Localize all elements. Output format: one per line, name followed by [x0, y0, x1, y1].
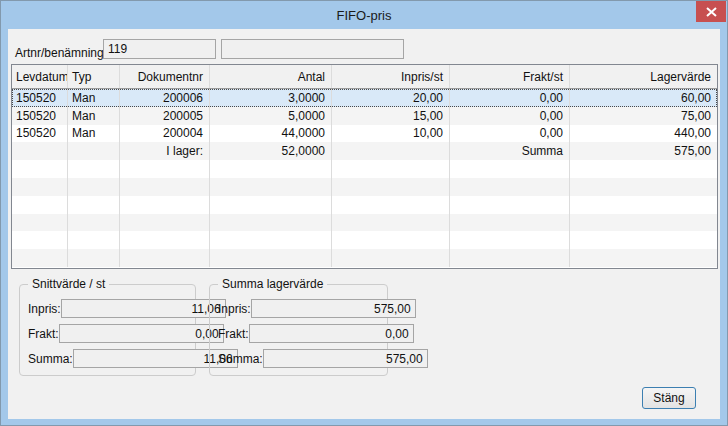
- table-cell: 52,0000: [210, 142, 332, 160]
- table-cell: [68, 196, 120, 214]
- table-cell: [570, 178, 717, 196]
- dialog-content: Artnr/benämning: LevdatumTypDokumentnrAn…: [8, 29, 720, 419]
- groupbox: Snittvärde / stInpris:Frakt:Summa:: [19, 284, 196, 376]
- inpris-field[interactable]: [251, 299, 416, 318]
- table-cell: [210, 160, 332, 178]
- groupbox-title: Snittvärde / st: [28, 277, 109, 291]
- frakt-field[interactable]: [59, 324, 224, 343]
- table-cell: [450, 214, 570, 232]
- column-header[interactable]: Lagervärde: [570, 65, 717, 88]
- table-cell: [68, 178, 120, 196]
- table-row[interactable]: [12, 196, 717, 214]
- table-body: 150520Man2000063,000020,000,0060,0015052…: [12, 89, 717, 267]
- table-cell: [332, 231, 450, 249]
- table-cell: [332, 196, 450, 214]
- table-cell: [450, 178, 570, 196]
- frakt-field[interactable]: [249, 324, 414, 343]
- table-cell: [120, 178, 210, 196]
- table-cell: [68, 160, 120, 178]
- table-row[interactable]: 150520Man2000063,000020,000,0060,00: [12, 89, 717, 107]
- summa-field[interactable]: [263, 349, 428, 368]
- table-cell: Man: [68, 107, 120, 125]
- table-cell: [12, 249, 68, 267]
- table-cell: [570, 214, 717, 232]
- table-cell: 200006: [120, 89, 210, 107]
- close-button[interactable]: [696, 1, 726, 22]
- field-label: Summa:: [28, 352, 73, 366]
- table-cell: 5,0000: [210, 107, 332, 125]
- table-cell: 440,00: [570, 125, 717, 143]
- column-header[interactable]: Typ: [68, 65, 120, 88]
- table-cell: 200005: [120, 107, 210, 125]
- table-row[interactable]: 150520Man2000055,000015,000,0075,00: [12, 107, 717, 125]
- table-row[interactable]: I lager:52,0000Summa575,00: [12, 142, 717, 160]
- table-cell: [210, 196, 332, 214]
- table-cell: [12, 196, 68, 214]
- table-cell: [570, 249, 717, 267]
- table-cell: 3,0000: [210, 89, 332, 107]
- table-cell: [210, 178, 332, 196]
- table-row[interactable]: [12, 249, 717, 267]
- fifo-pris-dialog: FIFO-pris Artnr/benämning: LevdatumTypDo…: [0, 0, 728, 426]
- table-cell: 575,00: [570, 142, 717, 160]
- table-cell: [570, 160, 717, 178]
- table-cell: [210, 249, 332, 267]
- stang-button[interactable]: Stäng: [642, 387, 696, 409]
- table-cell: 150520: [12, 89, 68, 107]
- table-cell: 75,00: [570, 107, 717, 125]
- table-cell: [68, 214, 120, 232]
- table-cell: 20,00: [332, 89, 450, 107]
- table-cell: [450, 231, 570, 249]
- table-cell: I lager:: [120, 142, 210, 160]
- column-header[interactable]: Levdatum: [12, 65, 68, 88]
- table-cell: [12, 231, 68, 249]
- table-cell: 10,00: [332, 125, 450, 143]
- table-cell: 150520: [12, 107, 68, 125]
- inpris-field[interactable]: [61, 299, 226, 318]
- table-cell: [12, 178, 68, 196]
- table-cell: Man: [68, 89, 120, 107]
- table-cell: 44,0000: [210, 125, 332, 143]
- table-cell: [12, 142, 68, 160]
- field-label: Frakt:: [28, 327, 59, 341]
- artnr-input[interactable]: [103, 39, 216, 59]
- artnr-label: Artnr/benämning:: [15, 46, 107, 60]
- table-cell: Man: [68, 125, 120, 143]
- table-cell: 150520: [12, 125, 68, 143]
- table-cell: 0,00: [450, 89, 570, 107]
- table-cell: [332, 178, 450, 196]
- table-row[interactable]: [12, 231, 717, 249]
- table-cell: [68, 142, 120, 160]
- field-label: Frakt:: [218, 327, 249, 341]
- table-row[interactable]: [12, 214, 717, 232]
- table-cell: 60,00: [570, 89, 717, 107]
- table-cell: [120, 214, 210, 232]
- groupbox-title: Summa lagervärde: [218, 277, 327, 291]
- table-row[interactable]: [12, 178, 717, 196]
- titlebar[interactable]: FIFO-pris: [1, 1, 727, 29]
- close-icon: [706, 7, 717, 17]
- column-header[interactable]: Antal: [210, 65, 332, 88]
- column-header[interactable]: Frakt/st: [450, 65, 570, 88]
- column-header[interactable]: Dokumentnr: [120, 65, 210, 88]
- benamning-input[interactable]: [221, 39, 404, 59]
- fifo-table: LevdatumTypDokumentnrAntalInpris/stFrakt…: [11, 64, 718, 269]
- table-cell: [332, 249, 450, 267]
- table-header: LevdatumTypDokumentnrAntalInpris/stFrakt…: [12, 65, 717, 89]
- table-cell: [120, 196, 210, 214]
- table-cell: [120, 249, 210, 267]
- table-cell: [450, 196, 570, 214]
- column-header[interactable]: Inpris/st: [332, 65, 450, 88]
- table-cell: 15,00: [332, 107, 450, 125]
- table-cell: [450, 249, 570, 267]
- table-cell: [332, 142, 450, 160]
- table-cell: [12, 214, 68, 232]
- table-cell: [210, 231, 332, 249]
- table-cell: [68, 249, 120, 267]
- field-label: Inpris:: [28, 302, 61, 316]
- table-cell: [332, 214, 450, 232]
- table-row[interactable]: 150520Man20000444,000010,000,00440,00: [12, 125, 717, 143]
- table-cell: 0,00: [450, 125, 570, 143]
- table-row[interactable]: [12, 160, 717, 178]
- table-cell: [210, 214, 332, 232]
